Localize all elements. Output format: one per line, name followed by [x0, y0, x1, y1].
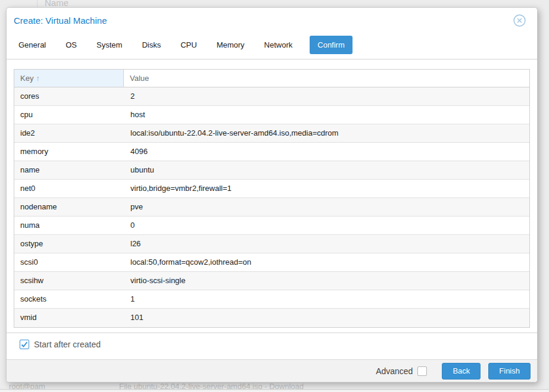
background-column-divider	[37, 0, 38, 7]
tab-memory[interactable]: Memory	[217, 36, 245, 54]
tab-confirm[interactable]: Confirm	[310, 36, 353, 54]
column-header-key[interactable]: Key↑	[14, 70, 124, 87]
value-header-label: Value	[130, 74, 149, 83]
table-row[interactable]: ide2 local:iso/ubuntu-22.04.2-live-serve…	[14, 124, 529, 143]
table-row[interactable]: name ubuntu	[14, 161, 529, 180]
start-after-created-checkbox[interactable]	[20, 340, 29, 349]
dialog-footer-toolbar: Advanced Back Finish	[7, 359, 537, 382]
tab-os[interactable]: OS	[65, 36, 77, 54]
table-row[interactable]: ostype l26	[14, 235, 529, 253]
advanced-checkbox[interactable]	[417, 366, 427, 376]
column-header-value[interactable]: Value	[124, 70, 529, 87]
row-key: ostype	[14, 235, 124, 253]
row-value: 4096	[124, 143, 529, 161]
row-value: ubuntu	[124, 161, 529, 179]
table-row[interactable]: sockets 1	[14, 290, 529, 309]
background-name-column-header: Name	[45, 0, 68, 7]
row-value: local:iso/ubuntu-22.04.2-live-server-amd…	[124, 124, 529, 142]
row-key: sockets	[14, 290, 124, 308]
row-key: cores	[14, 87, 124, 105]
background-grid-header: Name	[0, 0, 549, 7]
close-icon[interactable]	[513, 14, 526, 27]
tab-cpu[interactable]: CPU	[180, 36, 196, 54]
table-row[interactable]: vmid 101	[14, 309, 529, 327]
table-row[interactable]: memory 4096	[14, 143, 529, 161]
row-value: l26	[124, 235, 529, 253]
tab-disks[interactable]: Disks	[142, 36, 161, 54]
advanced-label[interactable]: Advanced	[376, 366, 413, 376]
back-button[interactable]: Back	[442, 363, 481, 380]
dialog-titlebar: Create: Virtual Machine	[7, 8, 537, 27]
background-task-text: File ubuntu-22.04.2-live-server-amd64.is…	[119, 382, 304, 390]
tab-system[interactable]: System	[96, 36, 122, 54]
row-key: net0	[14, 180, 124, 197]
table-row[interactable]: scsihw virtio-scsi-single	[14, 272, 529, 290]
background-statusbar: root@pam File ubuntu-22.04.2-live-server…	[0, 381, 549, 390]
row-value: pve	[124, 198, 529, 216]
table-row[interactable]: numa 0	[14, 217, 529, 235]
panel-bottom-edge	[7, 333, 537, 333]
row-value: virtio,bridge=vmbr2,firewall=1	[124, 180, 529, 197]
start-after-created-field: Start after created	[20, 340, 537, 349]
key-header-label: Key	[20, 74, 33, 83]
wizard-tabbar: General OS System Disks CPU Memory Netwo…	[7, 36, 537, 59]
row-key: scsihw	[14, 272, 124, 290]
row-value: 0	[124, 217, 529, 234]
row-value: virtio-scsi-single	[124, 272, 529, 290]
confirm-settings-grid: Key↑ Value cores 2 cpu host ide2 local:i…	[14, 69, 530, 328]
create-vm-dialog: Create: Virtual Machine General OS Syste…	[6, 7, 538, 382]
row-value: 2	[124, 87, 529, 105]
row-value: host	[124, 106, 529, 124]
tab-general[interactable]: General	[18, 36, 46, 54]
row-value: 1	[124, 290, 529, 308]
table-row[interactable]: cpu host	[14, 106, 529, 124]
row-key: numa	[14, 217, 124, 234]
table-row[interactable]: scsi0 local:50,format=qcow2,iothread=on	[14, 253, 529, 272]
sort-asc-icon: ↑	[36, 74, 39, 83]
row-key: memory	[14, 143, 124, 161]
table-row[interactable]: cores 2	[14, 87, 529, 106]
grid-header: Key↑ Value	[14, 70, 529, 87]
background-logged-in-user: root@pam	[9, 382, 45, 390]
table-row[interactable]: net0 virtio,bridge=vmbr2,firewall=1	[14, 180, 529, 198]
row-value: 101	[124, 309, 529, 327]
finish-button[interactable]: Finish	[488, 363, 531, 380]
table-row[interactable]: nodename pve	[14, 198, 529, 217]
row-key: name	[14, 161, 124, 179]
row-key: nodename	[14, 198, 124, 216]
start-after-created-label[interactable]: Start after created	[34, 340, 101, 349]
row-key: ide2	[14, 124, 124, 142]
row-key: cpu	[14, 106, 124, 124]
row-key: scsi0	[14, 253, 124, 271]
row-value: local:50,format=qcow2,iothread=on	[124, 253, 529, 271]
dialog-title: Create: Virtual Machine	[14, 15, 107, 26]
tab-network[interactable]: Network	[264, 36, 293, 54]
row-key: vmid	[14, 309, 124, 327]
